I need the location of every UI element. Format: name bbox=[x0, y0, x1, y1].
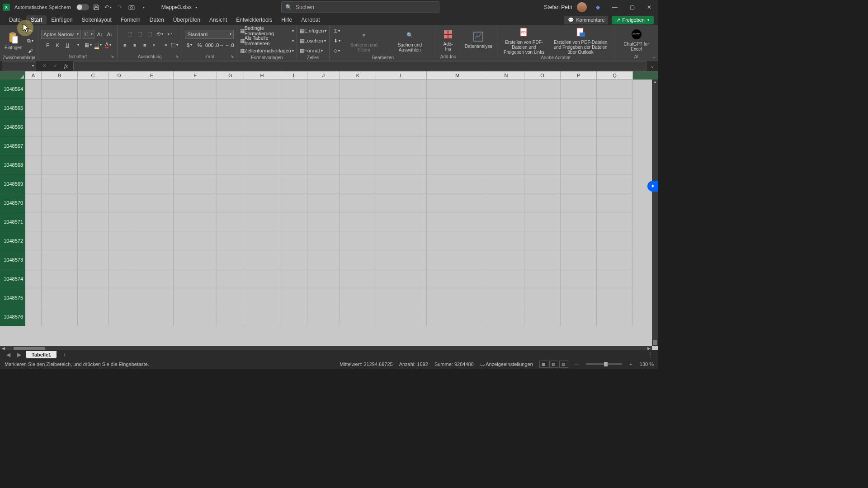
sheet-nav-next[interactable]: ▶ bbox=[15, 351, 23, 358]
cell[interactable] bbox=[42, 117, 78, 136]
cell[interactable] bbox=[376, 117, 427, 136]
cell[interactable] bbox=[25, 212, 42, 231]
cut-button[interactable]: ✂ bbox=[26, 26, 35, 35]
clear-button[interactable]: ◇▾ bbox=[332, 46, 341, 55]
cell[interactable] bbox=[217, 212, 244, 231]
cell[interactable] bbox=[244, 269, 280, 288]
cell[interactable] bbox=[108, 136, 130, 155]
cell[interactable] bbox=[597, 174, 633, 193]
cell[interactable] bbox=[307, 99, 340, 117]
column-header[interactable]: H bbox=[244, 71, 280, 80]
column-header[interactable]: I bbox=[280, 71, 307, 80]
cell[interactable] bbox=[427, 269, 488, 288]
cell[interactable] bbox=[280, 250, 307, 269]
cell[interactable] bbox=[25, 80, 42, 99]
row-header[interactable]: 1048572 bbox=[0, 231, 25, 250]
cell[interactable] bbox=[561, 117, 597, 136]
tab-ansicht[interactable]: Ansicht bbox=[205, 15, 231, 24]
cell[interactable] bbox=[597, 136, 633, 155]
find-select-button[interactable]: 🔍 Suchen und Auswählen bbox=[386, 29, 433, 52]
cell[interactable] bbox=[561, 269, 597, 288]
cell[interactable] bbox=[307, 136, 340, 155]
cell[interactable] bbox=[108, 99, 130, 117]
cell[interactable] bbox=[597, 288, 633, 307]
data-analysis-button[interactable]: Datenanalyse bbox=[463, 30, 494, 49]
cell[interactable] bbox=[280, 231, 307, 250]
cell[interactable] bbox=[427, 250, 488, 269]
cell[interactable] bbox=[597, 231, 633, 250]
cell[interactable] bbox=[524, 307, 561, 326]
comma-format-button[interactable]: 000 bbox=[205, 41, 214, 50]
column-header[interactable]: L bbox=[376, 71, 427, 80]
cell[interactable] bbox=[174, 155, 217, 174]
cell[interactable] bbox=[376, 307, 427, 326]
fill-button[interactable]: ⬇▾ bbox=[332, 36, 341, 45]
teams-icon[interactable]: ◆ bbox=[591, 3, 604, 12]
cell[interactable] bbox=[174, 231, 217, 250]
tab-acrobat[interactable]: Acrobat bbox=[297, 15, 324, 24]
cell[interactable] bbox=[488, 80, 524, 99]
cell[interactable] bbox=[42, 307, 78, 326]
cell[interactable] bbox=[217, 99, 244, 117]
cell[interactable] bbox=[244, 117, 280, 136]
cell[interactable] bbox=[174, 174, 217, 193]
wrap-text-button[interactable]: ↩ bbox=[165, 30, 174, 39]
cell[interactable] bbox=[217, 193, 244, 212]
dialog-launcher-icon[interactable]: ⬊ bbox=[32, 56, 35, 60]
cell[interactable] bbox=[130, 212, 174, 231]
cell[interactable] bbox=[280, 155, 307, 174]
row-header[interactable]: 1048569 bbox=[0, 174, 25, 193]
increase-indent-button[interactable]: ⇥ bbox=[160, 41, 169, 50]
cell[interactable] bbox=[427, 117, 488, 136]
cell[interactable] bbox=[42, 99, 78, 117]
vertical-scrollbar[interactable]: ▲ bbox=[652, 80, 658, 346]
select-all-button[interactable] bbox=[0, 71, 25, 80]
cell[interactable] bbox=[78, 231, 108, 250]
cell[interactable] bbox=[108, 80, 130, 99]
column-header[interactable]: M bbox=[427, 71, 488, 80]
autosum-button[interactable]: Σ▾ bbox=[332, 26, 341, 35]
cell[interactable] bbox=[217, 231, 244, 250]
cell[interactable] bbox=[561, 250, 597, 269]
cell[interactable] bbox=[307, 269, 340, 288]
cell[interactable] bbox=[108, 193, 130, 212]
cell[interactable] bbox=[130, 288, 174, 307]
cell[interactable] bbox=[130, 250, 174, 269]
cell[interactable] bbox=[108, 231, 130, 250]
row-header[interactable]: 1048575 bbox=[0, 288, 25, 307]
cell[interactable] bbox=[108, 269, 130, 288]
cell[interactable] bbox=[376, 174, 427, 193]
cell[interactable] bbox=[488, 99, 524, 117]
cell[interactable] bbox=[280, 193, 307, 212]
increase-font-button[interactable]: A↑ bbox=[95, 30, 104, 39]
cell[interactable] bbox=[25, 250, 42, 269]
share-button[interactable]: ↗ Freigeben ▾ bbox=[612, 16, 654, 24]
cell[interactable] bbox=[524, 193, 561, 212]
cell[interactable] bbox=[524, 155, 561, 174]
zoom-level[interactable]: 130 % bbox=[640, 361, 654, 367]
column-header[interactable]: N bbox=[488, 71, 524, 80]
cell[interactable] bbox=[427, 307, 488, 326]
tab-datei[interactable]: Datei bbox=[5, 15, 26, 24]
column-header[interactable]: B bbox=[42, 71, 78, 80]
tab-start[interactable]: Start bbox=[26, 15, 47, 24]
cell[interactable] bbox=[174, 117, 217, 136]
cell[interactable] bbox=[376, 231, 427, 250]
align-middle-button[interactable]: ⬚ bbox=[135, 30, 144, 39]
cell[interactable] bbox=[597, 80, 633, 99]
cell[interactable] bbox=[280, 117, 307, 136]
cell[interactable] bbox=[561, 136, 597, 155]
cell[interactable] bbox=[244, 174, 280, 193]
cell[interactable] bbox=[174, 307, 217, 326]
cell[interactable] bbox=[244, 193, 280, 212]
pdf-share-links-button[interactable]: PDF Erstellen von PDF-Dateien und Freige… bbox=[500, 26, 548, 55]
cell[interactable] bbox=[25, 193, 42, 212]
align-center-button[interactable]: ≡ bbox=[130, 41, 139, 50]
cell[interactable] bbox=[524, 136, 561, 155]
font-size-combo[interactable]: 11▾ bbox=[82, 30, 94, 39]
cell[interactable] bbox=[280, 288, 307, 307]
cell[interactable] bbox=[488, 174, 524, 193]
chatgpt-button[interactable]: GPT ChatGPT for Excel bbox=[617, 28, 656, 52]
cell[interactable] bbox=[427, 288, 488, 307]
sheet-menu-icon[interactable]: ⋮ bbox=[647, 352, 653, 358]
